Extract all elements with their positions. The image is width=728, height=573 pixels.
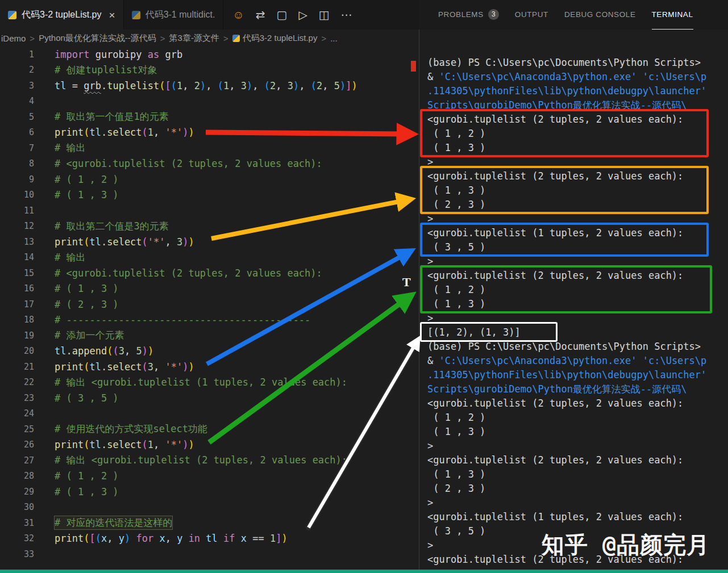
terminal-line: ( 1 , 2 ) (427, 127, 728, 141)
terminal-line: <gurobi.tuplelist (1 tuples, 2 values ea… (427, 226, 728, 240)
code-line: 16# ( 1 , 3 ) (0, 281, 419, 297)
code-line: 7# 输出 (0, 140, 419, 156)
terminal-line: <gurobi.tuplelist (2 tuples, 2 values ea… (427, 453, 728, 467)
terminal-line: Scripts\gurobiDemo\Python最优化算法实战--源代码\ (427, 382, 728, 396)
code-line: 23# ( 3 , 5 ) (0, 390, 419, 406)
tab-label: 代码3-1 multidict. (145, 9, 215, 21)
git-compare-icon[interactable]: ⇄ (256, 9, 265, 20)
vscode-window: { "tabs": [ {"label": "代码3-2 tupleList.p… (0, 0, 728, 573)
feedback-smiley-icon[interactable]: ☺ (232, 9, 244, 20)
terminal-output: (base) PS C:\Users\pc\Documents\Python S… (427, 56, 728, 567)
line-number: 33 (0, 549, 34, 559)
code-line: 33 (0, 546, 419, 562)
code-area[interactable]: 1import gurobipy as grb2# 创建tuplelist对象3… (0, 47, 419, 562)
panel-tab-problems[interactable]: PROBLEMS3 (438, 0, 499, 30)
line-number: 28 (0, 471, 34, 481)
line-number: 2 (0, 65, 34, 75)
tab-code3-2-tuplelist[interactable]: 代码3-2 tupleList.py × (0, 0, 124, 30)
line-number: 23 (0, 393, 34, 403)
tab-label: 代码3-2 tupleList.py (22, 9, 102, 21)
panel-tab-output[interactable]: OUTPUT (515, 0, 548, 30)
line-number: 15 (0, 268, 34, 278)
terminal-line: > (427, 496, 728, 510)
breadcrumb-item[interactable]: iDemo (1, 34, 26, 43)
line-number: 6 (0, 127, 34, 137)
line-number: 27 (0, 455, 34, 466)
code-line: 29# ( 1 , 3 ) (0, 484, 419, 500)
line-number: 17 (0, 299, 34, 309)
python-file-icon (8, 11, 16, 19)
code-line: 21print(tl.select(3, '*')) (0, 359, 419, 375)
code-line: 30 (0, 500, 419, 516)
terminal-line: .114305\pythonFiles\lib\python\debugpy\l… (427, 368, 728, 382)
line-number: 21 (0, 362, 34, 372)
code-line: 5# 取出第一个值是1的元素 (0, 109, 419, 125)
breadcrumb-separator: > (321, 34, 326, 43)
terminal-line: <gurobi.tuplelist (2 tuples, 2 values ea… (427, 396, 728, 411)
terminal-line: <gurobi.tuplelist (1 tuples, 2 values ea… (427, 510, 728, 524)
line-number: 10 (0, 190, 34, 200)
close-icon[interactable]: × (109, 10, 115, 20)
code-line: 2# 创建tuplelist对象 (0, 62, 419, 78)
terminal-line: > (427, 439, 728, 453)
code-editor[interactable]: iDemo>Python最优化算法实战--源代码>第3章-源文件>代码3-2 t… (0, 30, 419, 570)
code-line: 8# <gurobi.tuplelist (2 tuples, 2 values… (0, 156, 419, 172)
code-line: 1import gurobipy as grb (0, 47, 419, 62)
open-preview-icon[interactable]: ▢ (277, 9, 288, 20)
line-number: 20 (0, 346, 34, 356)
watermark: 知乎 @品颜完月 (542, 529, 710, 561)
line-number: 7 (0, 143, 34, 153)
top-bar: 代码3-2 tupleList.py × 代码3-1 multidict. ☺⇄… (0, 0, 728, 30)
problems-badge: 3 (488, 9, 499, 20)
line-number: 19 (0, 331, 34, 341)
code-line: 6print(tl.select(1, '*')) (0, 125, 419, 141)
line-number: 31 (0, 518, 34, 528)
line-number: 22 (0, 377, 34, 387)
code-line: 25# 使用迭代的方式实现select功能 (0, 421, 419, 437)
code-line: 15# <gurobi.tuplelist (2 tuples, 2 value… (0, 265, 419, 281)
line-number: 26 (0, 440, 34, 450)
panel-tab-terminal[interactable]: TERMINAL (652, 0, 693, 30)
terminal-line: <gurobi.tuplelist (2 tuples, 2 values ea… (427, 112, 728, 127)
status-bar (0, 570, 728, 573)
code-line: 3tl = grb.tuplelist([(1, 2), (1, 3), (2,… (0, 78, 419, 94)
line-number: 1 (0, 49, 34, 60)
code-line: 28# ( 1 , 2 ) (0, 469, 419, 484)
breadcrumb-item[interactable]: ... (330, 34, 338, 43)
breadcrumb-item[interactable]: 代码3-2 tupleList.py (232, 33, 318, 44)
terminal-line: > (427, 155, 728, 169)
breadcrumb-item[interactable]: 第3章-源文件 (169, 33, 219, 44)
code-line: 17# ( 2 , 3 ) (0, 296, 419, 312)
breadcrumb-separator: > (223, 34, 228, 43)
line-number: 3 (0, 81, 34, 91)
run-file-icon[interactable]: ▷ (298, 9, 307, 20)
terminal-line: <gurobi.tuplelist (2 tuples, 2 values ea… (427, 169, 728, 183)
terminal-line: ( 1 , 3 ) (427, 425, 728, 439)
terminal-line: ( 1 , 3 ) (427, 467, 728, 482)
code-line: 31# 对应的迭代语法是这样的 (0, 515, 419, 531)
terminal-line: ( 2 , 3 ) (427, 198, 728, 212)
code-line: 10# ( 1 , 3 ) (0, 187, 419, 203)
code-line: 11 (0, 203, 419, 219)
line-number: 16 (0, 283, 34, 294)
split-editor-icon[interactable]: ◫ (319, 9, 330, 20)
terminal-line: (base) PS C:\Users\pc\Documents\Python S… (427, 56, 728, 70)
code-line: 14# 输出 (0, 250, 419, 266)
panel-tab-debug-console[interactable]: DEBUG CONSOLE (564, 0, 636, 30)
terminal-panel[interactable]: (base) PS C:\Users\pc\Documents\Python S… (419, 30, 728, 570)
terminal-line: > (427, 212, 728, 226)
scrollbar-marker (411, 61, 416, 72)
tab-code3-1-multidict[interactable]: 代码3-1 multidict. (124, 0, 224, 30)
line-number: 30 (0, 502, 34, 512)
line-number: 8 (0, 158, 34, 169)
line-number: 25 (0, 424, 34, 434)
code-line: 19# 添加一个元素 (0, 328, 419, 344)
line-number: 18 (0, 315, 34, 325)
terminal-line: > (427, 254, 728, 269)
breadcrumb-separator: > (160, 34, 165, 43)
breadcrumb-item[interactable]: Python最优化算法实战--源代码 (39, 33, 156, 44)
code-line: 9# ( 1 , 2 ) (0, 172, 419, 187)
terminal-line: ( 1 , 2 ) (427, 283, 728, 297)
more-actions-icon[interactable]: ⋯ (341, 9, 352, 20)
stray-t-mark: T (402, 275, 411, 290)
